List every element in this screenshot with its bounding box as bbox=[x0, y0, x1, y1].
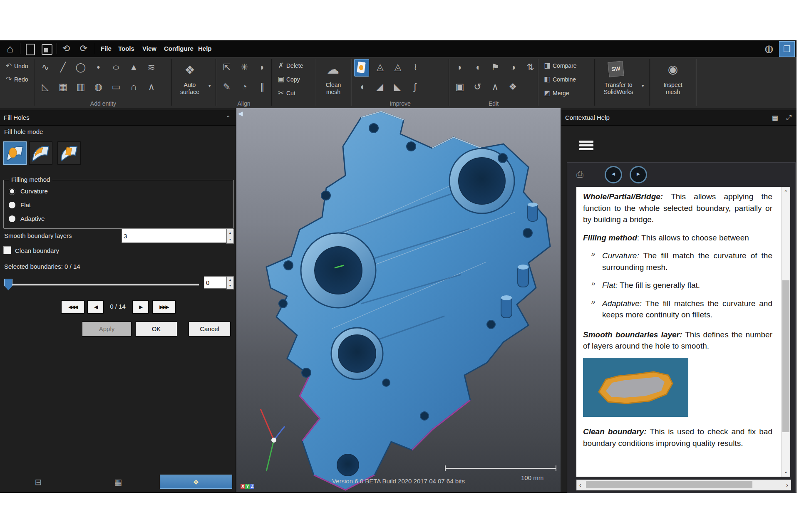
help-doc-icon[interactable]: ▤ bbox=[772, 110, 778, 125]
sew-icon[interactable]: ∧ bbox=[487, 79, 503, 95]
smooth-layers-spinner[interactable]: ▲▼ bbox=[226, 229, 234, 244]
ok-button[interactable]: OK bbox=[135, 322, 177, 337]
horizontal-scroll-thumb[interactable] bbox=[586, 481, 752, 488]
fill-holes-active-tab[interactable]: ❖ bbox=[160, 475, 232, 489]
menu-help[interactable]: Help bbox=[196, 40, 213, 57]
cut-button[interactable]: ✂Cut bbox=[275, 87, 295, 99]
align-target-icon[interactable]: ✳ bbox=[236, 59, 252, 75]
new-document-icon[interactable] bbox=[26, 44, 35, 55]
align-manual-icon[interactable]: ✎ bbox=[219, 79, 235, 95]
undo-button[interactable]: ↶Undo bbox=[3, 60, 28, 72]
plane-icon[interactable]: ▭ bbox=[108, 79, 124, 95]
cancel-button[interactable]: Cancel bbox=[189, 322, 231, 337]
horizontal-scrollbar[interactable]: ‹ › bbox=[576, 480, 791, 490]
help-forward-button[interactable]: ▸ bbox=[630, 166, 647, 183]
boundary-slider-handle[interactable] bbox=[4, 279, 12, 290]
globe-icon[interactable]: ◍ bbox=[762, 42, 777, 55]
mesh-grid-icon[interactable]: ▦ bbox=[55, 79, 71, 95]
fix-defects-icon[interactable]: ◬ bbox=[372, 59, 388, 75]
sketch-icon[interactable]: ∿ bbox=[37, 59, 53, 75]
redo-circle-icon[interactable]: ⟳ bbox=[77, 42, 91, 55]
help-back-button[interactable]: ◂ bbox=[605, 166, 622, 183]
point-icon[interactable]: • bbox=[90, 59, 106, 75]
help-menu-button[interactable] bbox=[579, 141, 593, 151]
ellipse-icon[interactable]: ○ bbox=[108, 59, 124, 75]
refine-icon[interactable]: ◣ bbox=[390, 79, 405, 95]
help-panel-header[interactable]: Contextual Help ▤ ⤢ bbox=[561, 110, 797, 126]
rewrap-icon[interactable]: ↺ bbox=[469, 79, 485, 95]
align-scan-icon[interactable]: ⇱ bbox=[219, 59, 235, 75]
last-boundary-button[interactable]: ▶▶▶ bbox=[152, 300, 176, 314]
grid-view-tab[interactable]: ▦ bbox=[110, 475, 127, 489]
inspect-mesh-button[interactable]: ◉ Inspectmesh bbox=[650, 57, 696, 109]
combine-button[interactable]: ◧Combine bbox=[542, 73, 576, 86]
previous-boundary-button[interactable]: ◀ bbox=[87, 300, 104, 314]
first-boundary-button[interactable]: ◀◀◀ bbox=[61, 300, 84, 314]
auto-surface-button[interactable]: ❖ Autosurface ▾ bbox=[172, 57, 216, 109]
align-pair-icon[interactable]: ∥ bbox=[254, 79, 270, 95]
undo-circle-icon[interactable]: ⟲ bbox=[59, 42, 73, 55]
radio-adaptive[interactable]: Adaptive bbox=[9, 214, 45, 223]
align-sphere-icon[interactable]: ◔ bbox=[236, 79, 252, 95]
home-icon[interactable]: ⌂ bbox=[2, 42, 17, 55]
radio-flat[interactable]: Flat bbox=[9, 200, 31, 210]
circle-icon[interactable]: ◯ bbox=[73, 59, 89, 75]
account-button[interactable]: ❒ bbox=[779, 41, 795, 57]
fill-holes-tool-button[interactable] bbox=[354, 59, 369, 77]
print-icon[interactable]: ⎙ bbox=[576, 169, 583, 179]
split-icon[interactable]: ◑ bbox=[505, 59, 521, 75]
smooth-boundary-layers-input[interactable] bbox=[122, 229, 228, 243]
arc-icon[interactable]: ∩ bbox=[126, 79, 141, 95]
scroll-left-icon[interactable]: ‹ bbox=[579, 480, 581, 490]
menu-tools[interactable]: Tools bbox=[117, 40, 136, 57]
cone-icon[interactable]: ▲ bbox=[126, 59, 141, 75]
menu-view[interactable]: View bbox=[141, 40, 158, 57]
boundary-index-spinner[interactable]: ▲▼ bbox=[226, 276, 234, 290]
mode-whole-button[interactable] bbox=[3, 141, 27, 165]
dropdown-caret-icon[interactable]: ▾ bbox=[642, 83, 644, 89]
scroll-right-icon[interactable]: › bbox=[786, 480, 788, 490]
surface-grid-icon[interactable]: ▥ bbox=[73, 79, 89, 95]
vertical-scrollbar[interactable]: ⌃ ⌄ bbox=[781, 187, 790, 477]
reorder-icon[interactable]: ⇅ bbox=[523, 59, 538, 75]
fill-holes-panel-header[interactable]: Fill Holes ⌃ bbox=[0, 110, 236, 126]
next-boundary-button[interactable]: ▶ bbox=[132, 300, 149, 314]
thicken-icon[interactable]: ❖ bbox=[505, 79, 521, 95]
dropdown-caret-icon[interactable]: ▾ bbox=[208, 83, 211, 89]
help-document[interactable]: Whole/Partial/Bridge: This allows applyi… bbox=[576, 187, 790, 477]
apply-button[interactable]: Apply bbox=[82, 322, 132, 337]
decimate-icon[interactable]: ◢ bbox=[372, 79, 387, 95]
boundary-slider-track[interactable] bbox=[6, 284, 199, 286]
merge-button[interactable]: ◩Merge bbox=[542, 87, 569, 99]
transfer-solidworks-button[interactable]: SW Transfer toSolidWorks ▾ bbox=[595, 57, 649, 109]
defeature-icon[interactable]: ◖ bbox=[354, 79, 370, 95]
align-mesh-icon[interactable]: ◗ bbox=[254, 59, 270, 75]
vertical-scroll-thumb[interactable] bbox=[782, 280, 789, 432]
line-icon[interactable]: ╱ bbox=[55, 59, 71, 75]
expand-panel-icon[interactable]: ⤢ bbox=[786, 110, 792, 125]
angle-icon[interactable]: ◺ bbox=[37, 79, 53, 95]
collapse-chevron-icon[interactable]: ⌃ bbox=[226, 110, 231, 125]
save-icon[interactable] bbox=[42, 44, 52, 55]
fix-boundaries-icon[interactable]: ◬ bbox=[390, 59, 406, 75]
smooth-icon[interactable]: ≀ bbox=[407, 59, 423, 75]
clean-boundary-checkbox[interactable] bbox=[3, 246, 11, 254]
mode-partial-button[interactable] bbox=[29, 141, 52, 165]
boundary-index-input[interactable] bbox=[204, 276, 227, 289]
compass-icon[interactable]: ∧ bbox=[144, 79, 159, 95]
flag-region-icon[interactable]: ⚑ bbox=[487, 59, 503, 75]
sphere-icon[interactable]: ◍ bbox=[90, 79, 106, 95]
menu-file[interactable]: File bbox=[99, 40, 113, 57]
remesh-icon[interactable]: ∫ bbox=[407, 79, 423, 95]
scroll-down-icon[interactable]: ⌄ bbox=[782, 468, 790, 474]
tree-view-tab[interactable]: ⊟ bbox=[30, 475, 47, 489]
clean-mesh-button[interactable]: ☁ Cleanmesh bbox=[316, 57, 351, 109]
radio-curvature[interactable]: Curvature bbox=[9, 187, 48, 196]
trim-icon[interactable]: ◗ bbox=[452, 59, 468, 75]
scroll-up-icon[interactable]: ⌃ bbox=[782, 189, 790, 195]
compare-button[interactable]: ◨Compare bbox=[542, 59, 577, 72]
offset-icon[interactable]: ▣ bbox=[452, 79, 468, 95]
viewport-3d[interactable]: ◀ bbox=[236, 108, 561, 492]
loft-icon[interactable]: ≋ bbox=[144, 59, 159, 75]
mode-bridge-button[interactable] bbox=[57, 141, 81, 165]
